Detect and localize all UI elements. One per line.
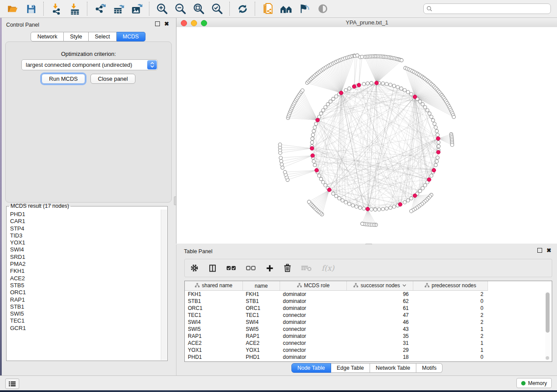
network-node[interactable] <box>362 83 366 86</box>
table-cell[interactable]: connector <box>280 340 347 347</box>
table-row[interactable]: FKH1FKH1dominator962 <box>185 291 488 298</box>
network-node[interactable] <box>278 143 282 146</box>
network-hub-node[interactable] <box>375 81 379 85</box>
network-node[interactable] <box>366 82 370 85</box>
table-settings-gear-icon[interactable] <box>190 264 199 272</box>
task-history-button[interactable] <box>5 378 19 389</box>
table-cell[interactable]: SWI4 <box>185 319 243 326</box>
network-window-titlebar[interactable]: YPA_prune.txt_1 <box>176 18 557 28</box>
network-hub-node[interactable] <box>432 168 436 172</box>
network-node[interactable] <box>322 181 325 184</box>
network-node[interactable] <box>431 119 435 122</box>
table-cell[interactable]: 61 <box>347 305 413 312</box>
table-cell[interactable]: 47 <box>347 312 413 319</box>
table-scrollbar-thumb[interactable] <box>546 292 550 333</box>
show-columns-icon[interactable] <box>208 264 217 272</box>
close-panel-button[interactable]: Close panel <box>90 74 135 84</box>
memory-button[interactable]: Memory <box>516 378 552 388</box>
mcds-result-item[interactable]: RAP1 <box>10 296 161 303</box>
network-node[interactable] <box>318 174 321 178</box>
table-cell[interactable]: dominator <box>280 305 347 312</box>
table-cell[interactable]: 46 <box>347 319 413 326</box>
network-node[interactable] <box>358 206 362 210</box>
table-cell[interactable]: TEC1 <box>243 312 280 319</box>
network-node[interactable] <box>435 129 439 133</box>
table-cell[interactable]: FKH1 <box>243 291 280 298</box>
network-node[interactable] <box>360 222 364 226</box>
tab-select[interactable]: Select <box>89 32 117 41</box>
network-node[interactable] <box>332 192 335 196</box>
table-row[interactable]: ORC1ORC1dominator610 <box>185 305 488 312</box>
network-node[interactable] <box>392 205 396 209</box>
export-image-icon[interactable] <box>130 2 144 16</box>
network-node[interactable] <box>281 166 284 169</box>
table-cell[interactable]: ORC1 <box>185 305 243 312</box>
network-node[interactable] <box>400 58 403 62</box>
network-node[interactable] <box>319 177 323 181</box>
zoom-out-icon[interactable] <box>173 2 187 16</box>
mcds-result-item[interactable]: ACE2 <box>10 275 161 282</box>
table-cell[interactable]: 29 <box>347 347 413 354</box>
zoom-in-icon[interactable] <box>155 2 169 16</box>
table-cell[interactable]: 18 <box>347 354 413 361</box>
network-node[interactable] <box>280 159 283 163</box>
table-cell[interactable]: 2 <box>413 319 488 326</box>
mcds-list-scrollbar[interactable] <box>161 210 167 360</box>
network-hub-node[interactable] <box>413 194 417 198</box>
refresh-layout-icon[interactable] <box>235 2 249 16</box>
network-node[interactable] <box>421 103 425 106</box>
network-node[interactable] <box>452 115 456 119</box>
network-node[interactable] <box>335 194 338 198</box>
table-cell[interactable]: 2 <box>413 312 488 319</box>
network-node[interactable] <box>410 210 413 213</box>
network-node[interactable] <box>423 106 427 109</box>
network-node[interactable] <box>430 115 433 119</box>
network-node[interactable] <box>419 100 422 103</box>
table-cell[interactable]: PHD1 <box>185 354 243 361</box>
show-eye-icon[interactable] <box>316 2 330 16</box>
mcds-result-item[interactable]: CAR1 <box>10 218 161 225</box>
table-cell[interactable]: FKH1 <box>185 291 243 298</box>
network-node[interactable] <box>313 163 317 167</box>
network-node[interactable] <box>283 170 287 174</box>
table-cell[interactable]: dominator <box>280 354 347 361</box>
table-row[interactable]: PHD1PHD1dominator180 <box>185 354 488 361</box>
network-node[interactable] <box>335 95 338 98</box>
network-hub-node[interactable] <box>316 118 320 122</box>
network-node[interactable] <box>396 86 400 89</box>
float-panel-icon[interactable] <box>155 21 160 26</box>
table-cell[interactable]: PHD1 <box>243 354 280 361</box>
network-node[interactable] <box>421 186 425 190</box>
network-hub-node[interactable] <box>366 207 370 211</box>
table-cell[interactable]: dominator <box>280 319 347 326</box>
deselect-all-icon[interactable] <box>246 265 256 271</box>
network-node[interactable] <box>433 122 436 126</box>
import-network-icon[interactable] <box>49 2 63 16</box>
network-overview-icon[interactable] <box>279 2 293 16</box>
tab-node-table[interactable]: Node Table <box>291 363 331 373</box>
table-scrollbar[interactable] <box>545 292 550 361</box>
network-node[interactable] <box>315 122 318 126</box>
network-node[interactable] <box>312 160 315 163</box>
network-node[interactable] <box>326 103 330 106</box>
column-header-successor-nodes[interactable]: successor nodes <box>347 281 413 291</box>
network-node[interactable] <box>400 87 403 90</box>
network-hub-node[interactable] <box>352 85 356 89</box>
table-cell[interactable]: RAP1 <box>185 333 243 340</box>
column-header-predecessor-nodes[interactable]: predecessor nodes <box>413 281 488 291</box>
table-row[interactable]: SWI4SWI4dominator462 <box>185 319 488 326</box>
table-cell[interactable]: 1 <box>413 347 488 354</box>
delete-column-trash-icon[interactable] <box>284 264 291 272</box>
table-cell[interactable]: ACE2 <box>243 340 280 347</box>
network-node[interactable] <box>436 156 439 159</box>
network-hub-node[interactable] <box>436 150 440 154</box>
table-cell[interactable]: connector <box>280 347 347 354</box>
hide-flag-icon[interactable] <box>298 2 311 16</box>
network-hub-node[interactable] <box>339 91 343 95</box>
zoom-selected-icon[interactable] <box>210 2 224 16</box>
network-node[interactable] <box>310 141 314 144</box>
mcds-result-item[interactable]: STP4 <box>10 225 161 232</box>
zoom-fit-icon[interactable] <box>192 2 206 16</box>
network-node[interactable] <box>332 97 335 101</box>
mcds-result-item[interactable]: TEC1 <box>10 317 161 324</box>
